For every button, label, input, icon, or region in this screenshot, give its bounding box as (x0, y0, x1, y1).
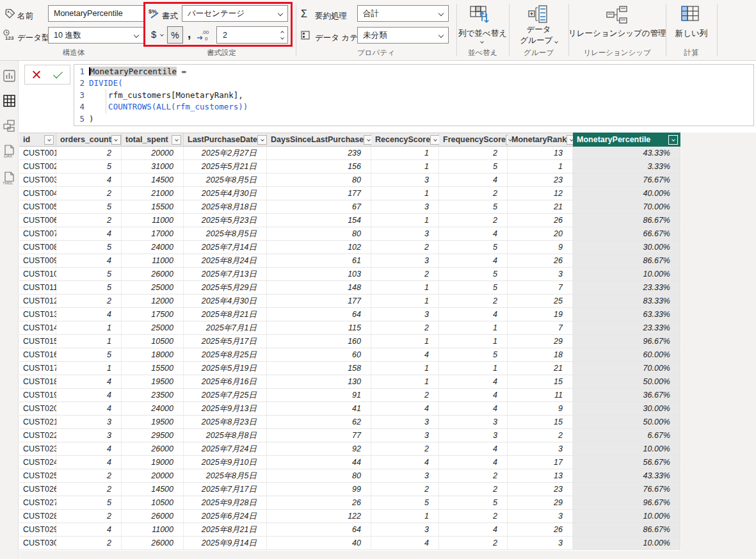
cell-DaysSinceLastPurchase[interactable]: 60 (267, 348, 371, 362)
cell-RecencyScore[interactable]: 4 (371, 537, 439, 550)
cell-FrequencyScore[interactable]: 5 (439, 241, 508, 254)
cell-DaysSinceLastPurchase[interactable]: 177 (267, 295, 371, 308)
currency-button[interactable]: $ (151, 29, 156, 40)
report-view-icon[interactable] (3, 70, 15, 82)
cell-DaysSinceLastPurchase[interactable]: 41 (267, 402, 371, 416)
column-header-orders_count[interactable]: orders_count (56, 133, 122, 147)
cell-MonetaryRank[interactable]: 25 (508, 295, 573, 308)
cell-DaysSinceLastPurchase[interactable]: 115 (267, 321, 371, 335)
spinner-down-icon[interactable] (280, 36, 284, 40)
cell-MonetaryPercentile[interactable]: 6.67% (573, 429, 680, 442)
cell-total_spent[interactable]: 31000 (122, 160, 184, 174)
cell-id[interactable]: CUST020 (19, 402, 56, 416)
cell-MonetaryPercentile[interactable]: 23.33% (573, 321, 680, 335)
cell-id[interactable]: CUST008 (19, 241, 56, 254)
cell-LastPurchaseDate[interactable]: 2025年9月28日 (184, 496, 267, 510)
cell-FrequencyScore[interactable]: 2 (439, 187, 508, 200)
cell-RecencyScore[interactable]: 2 (371, 442, 439, 456)
cell-orders_count[interactable]: 2 (56, 295, 122, 308)
dax-query-view-icon[interactable]: DAX (3, 145, 15, 159)
cell-id[interactable]: CUST002 (19, 160, 56, 174)
cell-MonetaryRank[interactable]: 23 (508, 483, 573, 496)
cell-MonetaryRank[interactable]: 18 (508, 348, 573, 362)
cell-MonetaryPercentile[interactable]: 10.00% (573, 510, 680, 523)
cell-RecencyScore[interactable]: 3 (371, 308, 439, 321)
cell-RecencyScore[interactable]: 1 (371, 214, 439, 227)
cell-MonetaryPercentile[interactable]: 36.67% (573, 389, 680, 402)
cell-DaysSinceLastPurchase[interactable]: 91 (267, 389, 371, 402)
cell-FrequencyScore[interactable]: 4 (439, 227, 508, 241)
cell-id[interactable]: CUST013 (19, 308, 56, 321)
cell-total_spent[interactable]: 24000 (122, 241, 184, 254)
cell-total_spent[interactable]: 25000 (122, 281, 184, 295)
cell-orders_count[interactable]: 2 (56, 187, 122, 200)
cell-FrequencyScore[interactable]: 2 (439, 295, 508, 308)
cell-LastPurchaseDate[interactable]: 2025年8月24日 (184, 254, 267, 268)
cell-total_spent[interactable]: 18000 (122, 348, 184, 362)
cell-LastPurchaseDate[interactable]: 2025年7月25日 (184, 389, 267, 402)
cell-id[interactable]: CUST007 (19, 227, 56, 241)
cell-LastPurchaseDate[interactable]: 2025年5月29日 (184, 281, 267, 295)
manage-relationships-button[interactable]: リレーションシップの管理 (568, 28, 666, 39)
cell-FrequencyScore[interactable]: 4 (439, 442, 508, 456)
cell-MonetaryRank[interactable]: 12 (508, 187, 573, 200)
cell-DaysSinceLastPurchase[interactable]: 67 (267, 200, 371, 214)
cell-MonetaryPercentile[interactable]: 86.67% (573, 254, 680, 268)
cell-RecencyScore[interactable]: 5 (371, 496, 439, 510)
cell-MonetaryPercentile[interactable]: 50.00% (573, 375, 680, 389)
data-category-dropdown[interactable]: 未分類 (357, 27, 449, 44)
cell-id[interactable]: CUST021 (19, 416, 56, 429)
cell-LastPurchaseDate[interactable]: 2025年8月5日 (184, 469, 267, 483)
cell-total_spent[interactable]: 26000 (122, 268, 184, 281)
filter-dropdown-icon[interactable] (172, 135, 181, 145)
cell-orders_count[interactable]: 5 (56, 281, 122, 295)
cell-total_spent[interactable]: 15500 (122, 200, 184, 214)
cell-FrequencyScore[interactable]: 4 (439, 308, 508, 321)
cell-MonetaryPercentile[interactable]: 10.00% (573, 442, 680, 456)
cell-DaysSinceLastPurchase[interactable]: 64 (267, 308, 371, 321)
cell-MonetaryPercentile[interactable]: 83.33% (573, 295, 680, 308)
cell-MonetaryRank[interactable]: 29 (508, 496, 573, 510)
cell-total_spent[interactable]: 23500 (122, 389, 184, 402)
cell-MonetaryRank[interactable]: 26 (508, 523, 573, 537)
cell-DaysSinceLastPurchase[interactable]: 62 (267, 416, 371, 429)
cell-MonetaryPercentile[interactable]: 76.67% (573, 483, 680, 496)
cell-FrequencyScore[interactable]: 4 (439, 254, 508, 268)
cell-MonetaryPercentile[interactable]: 30.00% (573, 241, 680, 254)
cell-total_spent[interactable]: 19500 (122, 416, 184, 429)
cell-DaysSinceLastPurchase[interactable]: 80 (267, 227, 371, 241)
cell-orders_count[interactable]: 4 (56, 227, 122, 241)
filter-dropdown-icon[interactable] (44, 135, 54, 145)
cell-DaysSinceLastPurchase[interactable]: 77 (267, 429, 371, 442)
cell-total_spent[interactable]: 12000 (122, 295, 184, 308)
cell-total_spent[interactable]: 24000 (122, 402, 184, 416)
cell-id[interactable]: CUST019 (19, 389, 56, 402)
cell-orders_count[interactable]: 5 (56, 241, 122, 254)
cell-RecencyScore[interactable]: 2 (371, 389, 439, 402)
cell-total_spent[interactable]: 26000 (122, 537, 184, 550)
cell-RecencyScore[interactable]: 4 (371, 348, 439, 362)
cell-MonetaryPercentile[interactable]: 43.33% (573, 469, 680, 483)
cell-FrequencyScore[interactable]: 4 (439, 375, 508, 389)
spinner-up-icon[interactable] (280, 31, 284, 35)
cell-FrequencyScore[interactable]: 5 (439, 160, 508, 174)
cell-FrequencyScore[interactable]: 2 (439, 147, 508, 160)
cell-LastPurchaseDate[interactable]: 2025年8月5日 (184, 227, 267, 241)
cell-DaysSinceLastPurchase[interactable]: 102 (267, 241, 371, 254)
cell-RecencyScore[interactable]: 1 (371, 187, 439, 200)
cell-MonetaryRank[interactable]: 20 (508, 227, 573, 241)
cell-DaysSinceLastPurchase[interactable]: 92 (267, 442, 371, 456)
cell-orders_count[interactable]: 3 (56, 416, 122, 429)
column-header-DaysSinceLastPurchase[interactable]: DaysSinceLastPurchase (267, 133, 371, 147)
cell-RecencyScore[interactable]: 3 (371, 227, 439, 241)
cell-id[interactable]: CUST001 (19, 147, 56, 160)
cell-DaysSinceLastPurchase[interactable]: 64 (267, 523, 371, 537)
cell-RecencyScore[interactable]: 3 (371, 416, 439, 429)
cell-MonetaryRank[interactable]: 13 (508, 469, 573, 483)
cell-total_spent[interactable]: 20000 (122, 469, 184, 483)
cell-FrequencyScore[interactable]: 2 (439, 469, 508, 483)
column-header-LastPurchaseDate[interactable]: LastPurchaseDate (184, 133, 267, 147)
cell-LastPurchaseDate[interactable]: 2025年9月14日 (184, 537, 267, 550)
cell-LastPurchaseDate[interactable]: 2025年6月24日 (184, 510, 267, 523)
cell-LastPurchaseDate[interactable]: 2025年7月24日 (184, 442, 267, 456)
